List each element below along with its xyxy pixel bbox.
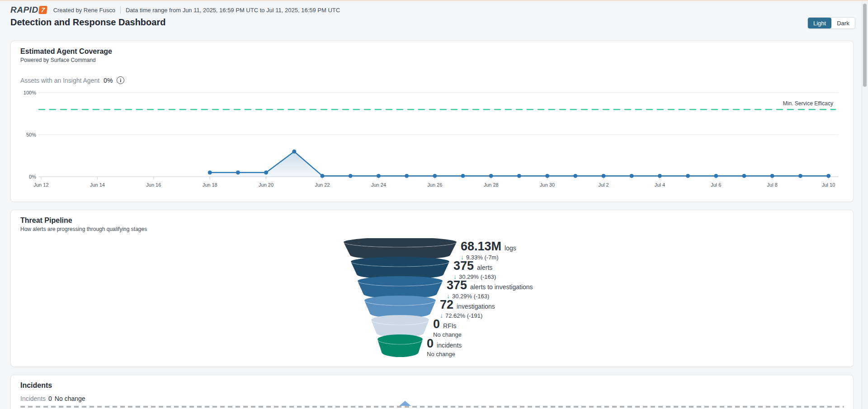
threat-pipeline-card: Threat Pipeline How alerts are progressi… <box>10 210 854 367</box>
funnel-stage-alerts: 375alerts↓30.29% (-163) <box>453 259 496 280</box>
rapid7-logo: RAPID 7 <box>10 5 47 15</box>
dashboard-page: RAPID 7 Created by Rene Fusco Data time … <box>0 0 868 409</box>
incidents-label: Incidents <box>20 395 46 402</box>
created-by-text: Created by Rene Fusco <box>53 7 115 14</box>
funnel-stage-value: 0 <box>433 318 440 331</box>
info-icon[interactable]: i <box>117 76 124 84</box>
svg-text:Jun 22: Jun 22 <box>315 182 330 188</box>
funnel-stage-incidents: 0incidentsNo change <box>427 337 462 357</box>
incidents-card-title: Incidents <box>20 381 844 390</box>
svg-text:100%: 100% <box>24 90 36 95</box>
funnel-stage-value: 375 <box>447 279 467 292</box>
incidents-clipped-gridline <box>20 406 844 408</box>
threat-card-title: Threat Pipeline <box>20 216 844 225</box>
topbar: RAPID 7 Created by Rene Fusco Data time … <box>10 5 340 15</box>
funnel-stage-label: alerts <box>477 264 492 271</box>
svg-text:Jun 16: Jun 16 <box>146 182 161 188</box>
svg-text:Min. Service Efficacy: Min. Service Efficacy <box>783 100 833 107</box>
funnel-stage-label: investigations <box>457 303 495 310</box>
page-scrollbar-thumb[interactable] <box>863 4 867 87</box>
incidents-clipped-chart-peak <box>397 400 413 406</box>
funnel-stage-value: 375 <box>453 259 474 273</box>
dark-theme-button[interactable]: Dark <box>831 18 854 28</box>
theme-toggle: Light Dark <box>807 17 855 29</box>
funnel-stage-alerts-to-investigations: 375alerts to investigations↓30.29% (-163… <box>447 279 533 300</box>
svg-text:Jul 6: Jul 6 <box>711 182 721 188</box>
coverage-legend: Assets with an Insight Agent 0% i <box>20 76 124 84</box>
coverage-area-chart: 0%50%100%Min. Service EfficacyJun 12Jun … <box>20 88 840 192</box>
threat-card-subtitle: How alerts are progressing through quali… <box>20 226 844 232</box>
funnel-stage-delta: No change <box>427 351 462 357</box>
svg-text:50%: 50% <box>26 132 36 137</box>
coverage-legend-label: Assets with an Insight Agent <box>20 77 99 84</box>
logo-wordmark: RAPID <box>10 5 38 15</box>
page-title: Detection and Response Dashboard <box>10 17 165 28</box>
funnel-stage-label: RFIs <box>443 322 457 329</box>
funnel-stage-logs: 68.13Mlogs↓9.33% (-7m) <box>461 240 516 261</box>
svg-text:Jul 2: Jul 2 <box>598 182 609 188</box>
page-scrollbar-track[interactable] <box>862 1 868 409</box>
svg-text:Jun 18: Jun 18 <box>203 182 217 188</box>
incidents-change: No change <box>55 395 85 402</box>
time-range-text: Data time range from Jun 11, 2025, 16:59… <box>126 7 340 14</box>
coverage-legend-value: 0% <box>104 77 113 84</box>
funnel-stage-label: incidents <box>437 342 462 349</box>
coverage-card-subtitle: Powered by Surface Command <box>20 57 844 63</box>
svg-text:Jun 12: Jun 12 <box>33 182 48 188</box>
incidents-value: 0 <box>48 395 52 402</box>
svg-text:Jun 30: Jun 30 <box>540 182 555 188</box>
logo-seven-icon: 7 <box>38 6 47 14</box>
svg-text:Jul 10: Jul 10 <box>822 182 835 188</box>
funnel-stage-label: logs <box>505 244 516 252</box>
svg-text:Jun 28: Jun 28 <box>484 182 499 188</box>
svg-text:Jun 20: Jun 20 <box>259 182 274 188</box>
funnel-stage-RFIs: 0RFIsNo change <box>433 318 462 338</box>
funnel-stage-value: 72 <box>440 298 453 311</box>
coverage-card-title: Estimated Agent Coverage <box>20 47 844 56</box>
incidents-card: Incidents Incidents 0 No change <box>10 375 854 409</box>
funnel-stage-value: 68.13M <box>461 240 501 253</box>
svg-text:Jul 4: Jul 4 <box>655 182 665 188</box>
funnel-stage-investigations: 72investigations↓72.62% (-191) <box>440 298 495 319</box>
header-divider <box>120 6 121 14</box>
svg-text:Jul 8: Jul 8 <box>767 182 778 188</box>
svg-text:0%: 0% <box>29 174 36 179</box>
incidents-summary-row: Incidents 0 No change <box>20 395 85 402</box>
svg-text:Jun 26: Jun 26 <box>427 182 442 188</box>
estimated-agent-coverage-card: Estimated Agent Coverage Powered by Surf… <box>10 41 854 202</box>
light-theme-button[interactable]: Light <box>808 18 831 28</box>
funnel-stage-label: alerts to investigations <box>470 283 533 291</box>
funnel-stage-value: 0 <box>427 337 434 350</box>
header-meta: Created by Rene Fusco Data time range fr… <box>53 6 340 14</box>
svg-text:Jun 14: Jun 14 <box>90 182 105 188</box>
svg-text:Jun 24: Jun 24 <box>371 182 386 188</box>
